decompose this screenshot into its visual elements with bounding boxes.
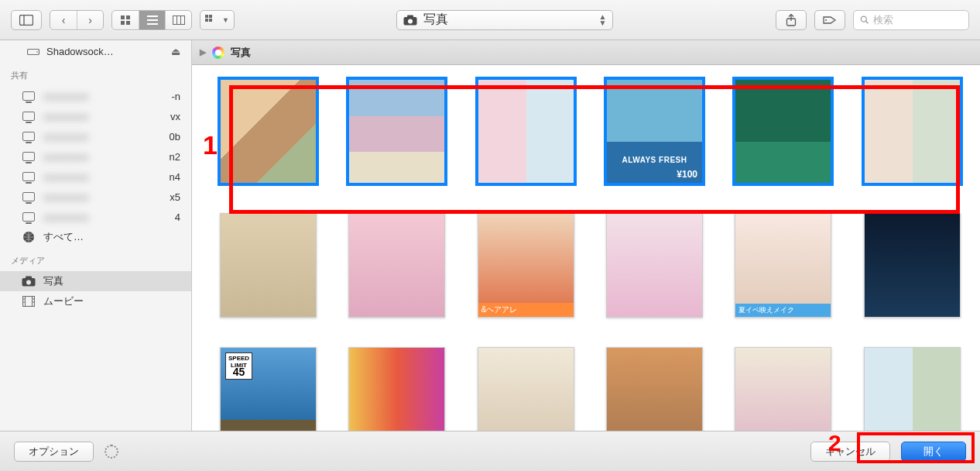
search-field[interactable] <box>853 10 969 30</box>
path-bar: ▶ 写真 <box>192 40 980 65</box>
monitor-icon <box>22 111 36 122</box>
sidebar-shared-item[interactable]: xxxxxxxxxvx <box>0 106 191 126</box>
sidebar-shared-item[interactable]: xxxxxxxxx-n <box>0 86 191 106</box>
svg-point-29 <box>26 280 31 285</box>
list-view-button[interactable] <box>139 11 165 29</box>
eject-icon[interactable]: ⏏ <box>171 46 180 57</box>
search-icon <box>860 15 869 25</box>
sidebar-shared-item[interactable]: xxxxxxxxx4 <box>0 207 191 227</box>
svg-rect-8 <box>147 23 158 25</box>
sidebar-shared-item[interactable]: xxxxxxxxxn4 <box>0 167 191 187</box>
shared-name-blurred: xxxxxxxxx <box>43 171 108 183</box>
svg-rect-30 <box>23 297 35 307</box>
shared-suffix: 0b <box>116 131 183 143</box>
sidebar-photos-label: 写真 <box>43 274 63 288</box>
sidebar: Shadowsock… ⏏ 共有 xxxxxxxxx-nxxxxxxxxxvxx… <box>0 40 192 431</box>
toolbar: ‹ › ▼ 写真 ▲▼ <box>0 0 980 40</box>
monitor-icon <box>22 131 36 142</box>
sidebar-section-shared: 共有 <box>0 62 191 86</box>
camera-icon <box>22 276 36 287</box>
shared-suffix: n4 <box>116 171 183 183</box>
sidebar-toggle-button[interactable] <box>11 10 42 30</box>
sidebar-item-photos[interactable]: 写真 <box>0 271 191 291</box>
disclosure-triangle-icon[interactable]: ▶ <box>200 47 206 57</box>
svg-point-25 <box>36 51 38 53</box>
thumb-caption: ALWAYS FRESH <box>607 156 702 164</box>
thumbnail[interactable] <box>864 79 961 184</box>
sidebar-item-movies[interactable]: ムービー <box>0 291 191 311</box>
share-button[interactable] <box>776 10 807 30</box>
thumbnail[interactable]: SPEEDLIMIT45 <box>220 347 317 431</box>
icon-view-button[interactable] <box>112 11 139 29</box>
svg-rect-5 <box>126 21 130 25</box>
location-dropdown[interactable]: 写真 ▲▼ <box>396 10 613 30</box>
thumbnail[interactable]: &ヘアアレ <box>478 213 574 318</box>
column-view-button[interactable] <box>165 11 191 29</box>
sidebar-all-label: すべて… <box>43 230 84 244</box>
bottom-bar: オプション キャンセル 開く <box>0 431 980 471</box>
sidebar-section-media: メディア <box>0 247 191 271</box>
svg-rect-3 <box>126 15 130 19</box>
tags-button[interactable] <box>814 10 845 30</box>
sidebar-movies-label: ムービー <box>43 294 84 308</box>
svg-rect-14 <box>205 19 208 22</box>
sidebar-shared-item[interactable]: xxxxxxxxxn2 <box>0 146 191 167</box>
shared-name-blurred: xxxxxxxxx <box>43 131 108 143</box>
sidebar-shared-item[interactable]: xxxxxxxxxx5 <box>0 187 191 207</box>
open-button[interactable]: 開く <box>901 442 966 462</box>
thumbnail[interactable] <box>864 213 961 318</box>
svg-point-22 <box>861 16 866 22</box>
camera-icon <box>403 15 417 26</box>
nav-group: ‹ › <box>50 10 104 30</box>
svg-rect-0 <box>20 15 33 25</box>
thumbnail[interactable] <box>348 79 445 184</box>
shared-suffix: -n <box>116 91 183 102</box>
thumbnail[interactable] <box>220 79 317 184</box>
view-mode-group <box>111 10 192 30</box>
grouping-dropdown[interactable]: ▼ <box>200 10 235 30</box>
thumbnail[interactable] <box>348 213 445 318</box>
shared-name-blurred: xxxxxxxxx <box>43 211 108 223</box>
thumbnail[interactable] <box>606 213 703 318</box>
thumbnail[interactable] <box>220 213 317 318</box>
thumbnail[interactable]: 夏イベ映えメイク <box>735 213 831 318</box>
cancel-button[interactable]: キャンセル <box>810 442 890 462</box>
thumbnail[interactable]: カジュアルなのに 夏服 <box>735 347 831 431</box>
film-icon <box>22 296 36 307</box>
thumb-price: ¥100 <box>677 169 697 180</box>
thumb-caption: 夏イベ映えメイク <box>735 304 831 317</box>
thumbnail-grid: ALWAYS FRESH¥100&ヘアアレ夏イベ映えメイクSPEEDLIMIT4… <box>220 79 963 431</box>
shared-suffix: 4 <box>116 211 183 223</box>
drive-icon <box>26 46 40 57</box>
shared-suffix: vx <box>116 111 183 122</box>
thumbnail[interactable] <box>864 347 961 431</box>
back-button[interactable]: ‹ <box>50 11 77 29</box>
shared-name-blurred: xxxxxxxxx <box>43 151 108 163</box>
thumb-sign: SPEEDLIMIT45 <box>225 352 252 380</box>
thumbnail[interactable] <box>606 347 703 431</box>
thumbnail[interactable]: ALWAYS FRESH¥100 <box>606 79 703 184</box>
svg-rect-15 <box>209 19 212 22</box>
monitor-icon <box>22 211 36 222</box>
sidebar-shared-item[interactable]: xxxxxxxxx0b <box>0 126 191 146</box>
thumb-caption: &ヘアアレ <box>478 303 574 317</box>
search-input[interactable] <box>873 14 962 26</box>
monitor-icon <box>22 171 36 182</box>
monitor-icon <box>22 91 36 101</box>
svg-rect-2 <box>121 15 125 19</box>
content-area: ▶ 写真 ALWAYS FRESH¥100&ヘアアレ夏イベ映えメイクSPEEDL… <box>192 40 980 431</box>
thumbnail[interactable] <box>478 79 574 184</box>
thumbnail[interactable] <box>735 79 831 184</box>
options-button[interactable]: オプション <box>14 442 94 462</box>
svg-rect-7 <box>147 19 158 21</box>
thumbnail[interactable] <box>478 347 574 431</box>
sidebar-drive-item[interactable]: Shadowsock… ⏏ <box>0 40 191 62</box>
shared-suffix: n2 <box>116 151 183 163</box>
monitor-icon <box>22 191 36 202</box>
sidebar-item-all[interactable]: すべて… <box>0 227 191 247</box>
svg-rect-13 <box>209 15 212 18</box>
forward-button[interactable]: › <box>77 11 103 29</box>
monitor-icon <box>22 151 36 162</box>
thumbnail[interactable] <box>348 347 445 431</box>
location-label: 写真 <box>423 12 448 28</box>
